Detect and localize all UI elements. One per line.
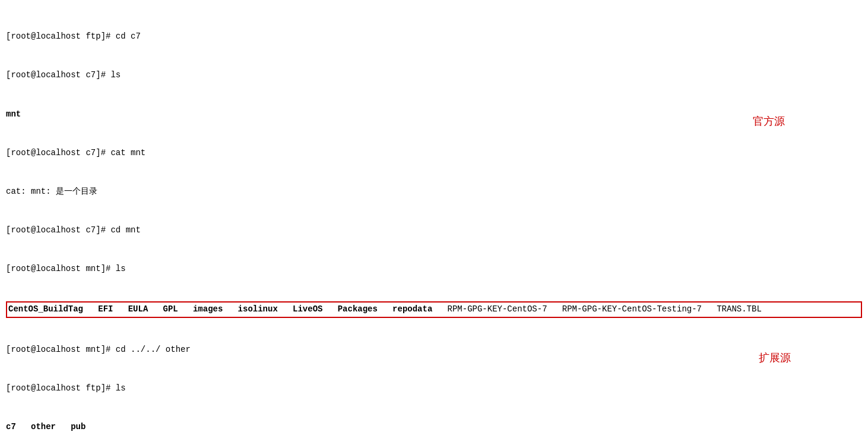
line-11: c7 other pub: [6, 421, 862, 434]
line-9: [root@localhost mnt]# cd ../../ other: [6, 344, 862, 357]
line-1: [root@localhost ftp]# cd c7: [6, 30, 862, 43]
line-6: [root@localhost c7]# cd mnt: [6, 224, 862, 237]
annotation-kuozhan: 扩展源: [759, 351, 791, 365]
annotation-guanfang: 官方源: [753, 114, 785, 128]
line-3: mnt: [6, 108, 862, 121]
line-5: cat: mnt: 是一个目录: [6, 185, 862, 199]
line-4: [root@localhost c7]# cat mnt: [6, 147, 862, 160]
line-10: [root@localhost ftp]# ls: [6, 382, 862, 395]
terminal: [root@localhost ftp]# cd c7 [root@localh…: [0, 0, 868, 441]
line-2: [root@localhost c7]# ls: [6, 69, 862, 82]
line-7: [root@localhost mnt]# ls: [6, 263, 862, 276]
line-8-boxed: CentOS_BuildTag EFI EULA GPL images isol…: [6, 301, 862, 318]
